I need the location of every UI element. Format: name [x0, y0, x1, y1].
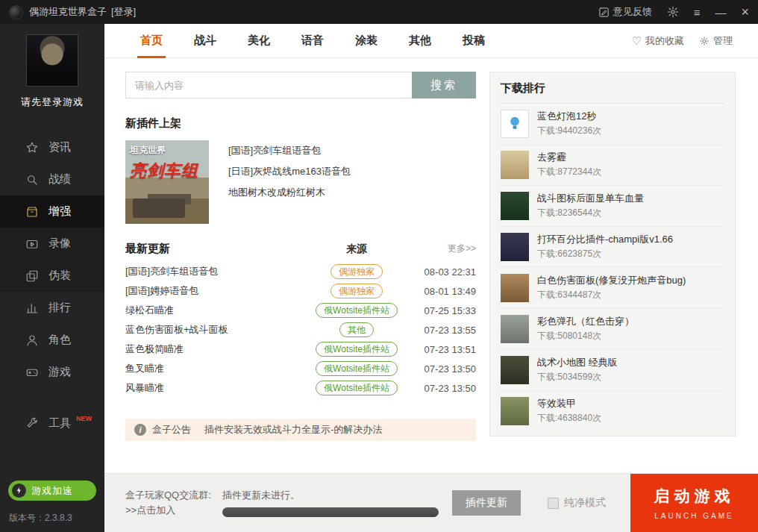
ranking-item[interactable]: 战斗图标后面显单车血量 下载:8236544次: [501, 186, 724, 227]
plugin-name[interactable]: [国语]娉婷语音包: [125, 284, 301, 298]
login-hint: 请先登录游戏: [0, 96, 104, 109]
source-badge: 俄Wotsite插件站: [316, 361, 398, 376]
tab-submit[interactable]: 投稿: [461, 24, 486, 58]
plugin-name[interactable]: 绿松石瞄准: [125, 304, 301, 317]
plugin-thumbnail: [501, 315, 529, 343]
feedback-button[interactable]: 意见反馈: [598, 5, 652, 19]
version-label: 版本号：2.3.8.3: [9, 512, 72, 525]
app-logo-icon: [9, 5, 23, 19]
rocket-icon: [12, 484, 26, 498]
latest-row[interactable]: 蓝色伤害面板+战斗面板 其他 07-23 13:55: [125, 320, 476, 339]
ranking-item[interactable]: 去雾霾 下载:8772344次: [501, 145, 724, 186]
update-date: 07-23 13:50: [413, 383, 476, 394]
menu-icon[interactable]: ≡: [694, 7, 701, 18]
sidebar-item-replays[interactable]: 录像: [0, 228, 104, 260]
plugin-name[interactable]: 蓝色极简瞄准: [125, 342, 301, 356]
ranking-item[interactable]: 蓝色灯泡12秒 下载:9440236次: [501, 104, 724, 145]
gear-icon: [699, 36, 710, 46]
latest-row[interactable]: 绿松石瞄准 俄Wotsite插件站 07-25 15:33: [125, 301, 476, 320]
minimize-button[interactable]: —: [715, 7, 726, 18]
update-date: 07-25 15:33: [413, 305, 476, 316]
featured-plugin-thumbnail[interactable]: 坦克世界 亮剑车组: [125, 140, 209, 224]
plugin-name: 等效装甲: [537, 398, 601, 410]
latest-row[interactable]: 蓝色极简瞄准 俄Wotsite插件站 07-23 13:51: [125, 339, 476, 359]
tab-bar: 首页 战斗 美化 语音 涂装 其他 投稿 ♡ 我的收藏 管理: [104, 24, 758, 58]
plugin-name[interactable]: 鱼叉瞄准: [125, 362, 301, 375]
latest-row[interactable]: 风暴瞄准 俄Wotsite插件站 07-23 13:50: [125, 378, 476, 398]
qq-join-link[interactable]: >>点击加入: [125, 503, 216, 518]
thumb-caption: 坦克世界: [130, 144, 166, 157]
main-area: 首页 战斗 美化 语音 涂装 其他 投稿 ♡ 我的收藏 管理: [104, 24, 758, 532]
ranking-item[interactable]: 彩色弹孔（红色击穿） 下载:5080148次: [501, 309, 724, 350]
latest-row[interactable]: [国语]娉婷语音包 偶游独家 08-01 13:49: [125, 281, 476, 301]
tab-voice[interactable]: 语音: [300, 24, 325, 58]
login-link[interactable]: [登录]: [111, 5, 136, 19]
tab-battle[interactable]: 战斗: [192, 24, 218, 58]
star-icon: [25, 141, 39, 154]
download-count: 下载:5034599次: [537, 371, 618, 384]
heart-icon: ♡: [632, 34, 642, 48]
sidebar-item-disguise[interactable]: 伪装: [0, 260, 104, 292]
game-boost-button[interactable]: 游戏加速: [8, 481, 96, 501]
download-count: 下载:5080148次: [537, 330, 634, 342]
announcement-text[interactable]: 插件安装无效或战斗力全显示-的解决办法: [204, 423, 382, 436]
favorites-button[interactable]: ♡ 我的收藏: [632, 34, 684, 48]
plugin-name[interactable]: 蓝色伤害面板+战斗面板: [125, 323, 301, 337]
ranking-title: 下载排行: [501, 81, 724, 104]
tab-other[interactable]: 其他: [407, 24, 433, 58]
tab-beautify[interactable]: 美化: [246, 24, 272, 58]
latest-row[interactable]: [国语]亮剑车组语音包 偶游独家 08-03 22:31: [125, 262, 476, 281]
more-link[interactable]: 更多>>: [413, 242, 476, 255]
launch-game-button[interactable]: 启动游戏 LAUNCH GAME: [630, 474, 758, 532]
pure-mode-label: 纯净模式: [564, 496, 606, 510]
download-count: 下载:8772344次: [537, 166, 601, 178]
ranking-item[interactable]: 等效装甲 下载:4638840次: [501, 391, 724, 431]
ranking-item[interactable]: 白色伤害面板(修复没开炮声音bug) 下载:6344487次: [501, 268, 724, 309]
announcement-bar[interactable]: i 盒子公告 插件安装无效或战斗力全显示-的解决办法: [125, 419, 476, 441]
sidebar-item-label: 角色: [48, 333, 71, 347]
latest-row[interactable]: 鱼叉瞄准 俄Wotsite插件站 07-23 13:50: [125, 359, 476, 378]
plugin-name[interactable]: 风暴瞄准: [125, 381, 301, 395]
sidebar-item-label: 战绩: [48, 172, 71, 187]
new-plugin-item[interactable]: 地图树木改成粉红树木: [228, 185, 351, 199]
plugin-update-button[interactable]: 插件更新: [452, 490, 521, 516]
tab-home[interactable]: 首页: [139, 24, 164, 58]
sidebar-item-label: 工具: [48, 416, 71, 431]
chart-icon: [25, 301, 39, 315]
sidebar-item-records[interactable]: 战绩: [0, 163, 104, 195]
new-plugin-item[interactable]: [国语]亮剑车组语音包: [228, 143, 351, 157]
sidebar-item-tools[interactable]: 工具 NEW: [0, 407, 104, 439]
plugin-thumbnail: [501, 356, 529, 384]
search-button[interactable]: 搜索: [412, 72, 476, 98]
ranking-item[interactable]: 战术小地图 经典版 下载:5034599次: [501, 350, 724, 391]
plugin-thumbnail: [501, 110, 529, 138]
pure-mode-checkbox[interactable]: [548, 498, 559, 509]
sidebar-item-character[interactable]: 角色: [0, 324, 104, 356]
new-plugin-item[interactable]: [日语]灰烬战线me163语音包: [228, 164, 351, 178]
ranking-item[interactable]: 打环百分比插件-champi版v1.66 下载:6623875次: [501, 227, 724, 268]
sidebar-item-ranking[interactable]: 排行: [0, 292, 104, 324]
qq-group-label: 盒子玩家QQ交流群:: [125, 488, 216, 503]
tab-paint[interactable]: 涂装: [354, 24, 379, 58]
plugin-name: 彩色弹孔（红色击穿）: [537, 316, 634, 328]
settings-icon[interactable]: [667, 6, 679, 18]
sidebar-item-label: 游戏: [48, 365, 71, 379]
bottom-bar: 盒子玩家QQ交流群: >>点击加入 插件更新未进行。 插件更新 纯净模式 启动游…: [104, 473, 758, 532]
sidebar-item-label: 录像: [48, 237, 71, 251]
sidebar-item-games[interactable]: 游戏: [0, 356, 104, 388]
sidebar: 请先登录游戏 资讯 战绩 增强 录像 伪装: [0, 24, 104, 532]
sidebar-menu: 资讯 战绩 增强 录像 伪装 排行: [0, 131, 104, 439]
update-date: 07-23 13:51: [413, 344, 476, 355]
sidebar-item-enhance[interactable]: 增强: [0, 195, 104, 228]
close-button[interactable]: ×: [741, 5, 749, 19]
manage-button[interactable]: 管理: [699, 34, 733, 48]
plugin-name[interactable]: [国语]亮剑车组语音包: [125, 265, 301, 278]
wrench-icon: [25, 417, 39, 431]
avatar[interactable]: [26, 34, 78, 87]
sidebar-item-news[interactable]: 资讯: [0, 131, 104, 163]
tank-image-placeholder: [133, 198, 185, 218]
plugin-name: 去雾霾: [537, 151, 601, 163]
app-window: 偶游坦克世界盒子 [登录] 意见反馈 ≡ — × 请先登录游戏 资讯: [0, 0, 758, 532]
update-date: 08-03 22:31: [413, 266, 476, 278]
search-input[interactable]: [125, 72, 412, 98]
